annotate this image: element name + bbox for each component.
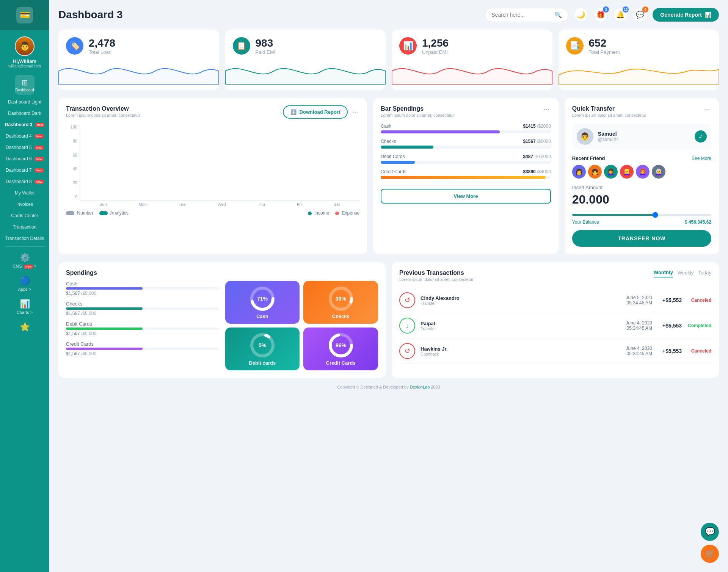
spending-bar-track-cash	[381, 130, 551, 133]
sidebar-item-dashboard8[interactable]: Dashboard 8 New	[0, 176, 49, 187]
stat-values: 2,478 Total Loan	[89, 37, 115, 55]
donut-svg-cash: 71%	[249, 285, 276, 312]
generate-report-button[interactable]: Generate Report 📊	[653, 8, 719, 22]
transaction-subtitle: Lorem ipsum dolor sit amet, consectetur	[66, 113, 140, 118]
transfer-now-button[interactable]: TRANSFER NOW	[572, 230, 711, 247]
spending-amounts-checks: $1567 /$5000	[523, 139, 551, 144]
tx-status-paipal: Completed	[687, 323, 711, 328]
friend-avatar-5[interactable]: 👩‍🦰	[636, 165, 650, 179]
bar-spendings-title-group: Bar Spendings Lorem ipsum dolor sit amet…	[381, 105, 455, 118]
see-more-link[interactable]: See More	[692, 156, 711, 161]
username: Hi,William	[13, 58, 36, 64]
sidebar-item-dashboard4[interactable]: Dashboard 4 New	[0, 130, 49, 142]
tx-amount-hawkins: +$5,553	[657, 348, 682, 354]
sidebar-item-dashboard-dark[interactable]: Dashboard Dark	[0, 108, 49, 119]
stat-icon-totalpayment: 📑	[566, 37, 584, 55]
spending-amount-debit: $487	[523, 154, 533, 159]
contact-row[interactable]: 👨 Samuel @sam224 ✓	[572, 124, 711, 149]
friend-avatar-1[interactable]: 👩	[572, 165, 586, 179]
download-icon: ⬇️	[290, 109, 297, 115]
sidebar-item-dashboard3[interactable]: Dashboard 3 New	[0, 119, 49, 130]
gift-btn[interactable]: 🎁 2	[593, 8, 608, 22]
sidebar-item-dashboard6[interactable]: Dashboard 6 New	[0, 153, 49, 165]
bar-spendings-subtitle: Lorem ipsum dolor sit amet, consectetur	[381, 113, 455, 118]
spending-amount-cash: $1415	[523, 124, 535, 129]
stat-icon-paidemi: 📋	[233, 37, 250, 55]
stat-values: 983 Paid EMI	[256, 37, 276, 55]
footer-brand: DexignLab	[410, 385, 430, 389]
tab-today[interactable]: Today	[698, 270, 711, 277]
tab-weekly[interactable]: Weekly	[678, 270, 693, 277]
svg-text:5%: 5%	[259, 342, 267, 348]
amount-slider[interactable]	[572, 214, 711, 216]
footer-year: 2023	[431, 385, 440, 389]
footer-brand-link[interactable]: DexignLab	[410, 385, 430, 389]
sidebar-item-invoices[interactable]: Invoices	[0, 199, 49, 210]
stat-number-totalpayment: 652	[589, 37, 620, 49]
user-email: william@gmail.com	[8, 64, 41, 68]
chat-badge: 5	[642, 6, 648, 13]
friend-avatar-3[interactable]: 👩‍🦱	[604, 165, 618, 179]
fab-support[interactable]: 💬	[701, 523, 719, 541]
bar-chart-container: 100 80 60 40 20 0	[66, 125, 359, 207]
balance-amount: $ 456,345.62	[685, 219, 711, 225]
spendings-list-bar-row-cash	[66, 287, 219, 290]
gift-badge: 2	[603, 6, 609, 13]
search-input[interactable]	[491, 12, 551, 18]
tx-name-paipal: Paipal	[420, 321, 436, 326]
tx-info-cindy: Cindy Alexandro Transfer	[420, 295, 460, 306]
search-icon[interactable]: 🔍	[554, 11, 562, 19]
stat-label-totalpayment: Total Payment	[589, 49, 620, 55]
x-label-sat: Sat	[334, 202, 340, 207]
sidebar-item-dashboard-light[interactable]: Dashboard Light	[0, 96, 49, 108]
moon-btn[interactable]: 🌙	[574, 8, 588, 22]
sidebar-logo[interactable]: 💳	[0, 0, 49, 30]
sidebar-item-transactiondetails[interactable]: Transaction Details	[0, 233, 49, 244]
contact-name: Samuel	[598, 131, 619, 137]
bell-btn[interactable]: 🔔 12	[613, 8, 628, 22]
tab-monthly[interactable]: Monthly	[654, 270, 673, 277]
new-badge: New	[35, 168, 44, 172]
donuts-grid: 71% Cash 30% Checks	[225, 281, 378, 370]
spending-label-cash: Cash $1415 /$2000	[381, 124, 551, 129]
new-badge: New	[35, 134, 44, 138]
x-label-sun: Sun	[99, 202, 107, 207]
chart-bar-icon: 📊	[705, 12, 711, 18]
sidebar-item-dashboard7[interactable]: Dashboard 7 New	[0, 165, 49, 176]
header: Dashboard 3 🔍 🌙 🎁 2 🔔 12 💬 5 Gen	[58, 8, 719, 22]
spendings-list-bar-row-debit	[66, 328, 219, 330]
bar-spendings-more-button[interactable]: ···	[542, 105, 551, 113]
spendings-list-amount-cash: $1,567 /$5,000	[66, 291, 96, 296]
sidebar-item-mywallet[interactable]: My Wallet	[0, 187, 49, 199]
bar-spendings-header: Bar Spendings Lorem ipsum dolor sit amet…	[381, 105, 551, 118]
sidebar-item-transaction[interactable]: Transaction	[0, 221, 49, 233]
fab-cart[interactable]: 🛒	[701, 545, 719, 563]
transaction-more-button[interactable]: ···	[351, 108, 359, 116]
spending-amount-credit: $3890	[523, 169, 535, 174]
sidebar-item-dashboard5[interactable]: Dashboard 5 New	[0, 142, 49, 153]
x-axis-labels: Sun Mon Tue Wed Thu Fri Sat	[80, 201, 359, 207]
spending-amounts-credit: $3890 /$4000	[523, 169, 551, 174]
dashboard-toggle-btn[interactable]: ⊞ Dashboard	[15, 75, 35, 95]
spendings-list-bar-bg-debit	[66, 328, 219, 330]
spending-amounts-cash: $1415 /$2000	[523, 124, 551, 129]
chat-btn[interactable]: 💬 5	[633, 8, 647, 22]
friend-avatar-6[interactable]: 👩‍🦳	[652, 165, 665, 179]
download-report-button[interactable]: ⬇️ Download Report	[283, 105, 348, 119]
quick-transfer-more-button[interactable]: ···	[703, 105, 711, 113]
sidebar-item-charts[interactable]: 📊 Charts >	[0, 295, 49, 318]
friend-avatar-2[interactable]: 👧	[588, 165, 602, 179]
view-more-button[interactable]: View More	[381, 189, 551, 204]
tx-name-cindy: Cindy Alexandro	[420, 295, 460, 301]
spending-limit-debit: /$10000	[534, 154, 551, 159]
friend-avatar-4[interactable]: 👱‍♀️	[620, 165, 634, 179]
tx-date-cindy: June 5, 2020 05:34:45 AM	[626, 295, 652, 306]
search-bar[interactable]: 🔍	[485, 8, 568, 22]
stat-card-paid-emi: 📋 983 Paid EMI	[225, 30, 386, 90]
sidebar-item-cardscenter[interactable]: Cards Center	[0, 210, 49, 221]
sidebar-item-cms[interactable]: ⚙️ CMS New >	[0, 249, 49, 272]
sidebar-item-apps[interactable]: 🔵 Apps >	[0, 272, 49, 295]
charts-label: Charts >	[17, 310, 33, 315]
spendings-list-amount-checks: $1,567 /$5,000	[66, 311, 96, 316]
sidebar-item-starred[interactable]: ⭐	[0, 318, 49, 337]
